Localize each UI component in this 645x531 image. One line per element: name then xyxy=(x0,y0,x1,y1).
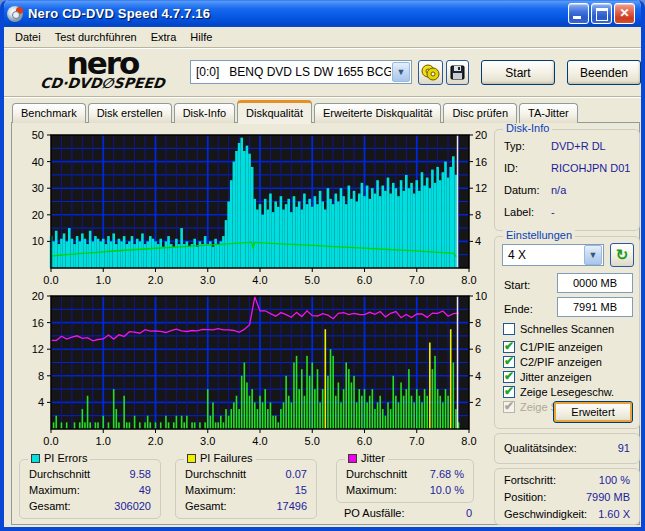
quit-button[interactable]: Beenden xyxy=(567,60,641,85)
tab-bar: BenchmarkDisk erstellenDisk-InfoDiskqual… xyxy=(12,100,580,123)
svg-text:20: 20 xyxy=(32,290,44,302)
checkbox-icon xyxy=(503,371,515,383)
svg-text:40: 40 xyxy=(32,156,44,168)
tab-disc-pr-fen[interactable]: Disc prüfen xyxy=(443,103,517,123)
svg-text:2.0: 2.0 xyxy=(148,274,163,286)
tab-benchmark[interactable]: Benchmark xyxy=(12,103,86,123)
svg-text:12: 12 xyxy=(475,182,487,194)
stat-row: Gesamt:17496 xyxy=(176,498,316,514)
start-position-field[interactable]: 0000 MB xyxy=(557,273,633,293)
eject-disc-button[interactable] xyxy=(418,60,443,85)
pi-errors-color-swatch-icon xyxy=(31,454,40,463)
speed-select[interactable]: 4 X ▼ xyxy=(502,244,604,266)
tab-disk-erstellen[interactable]: Disk erstellen xyxy=(88,103,172,123)
stat-row: Durchschnitt0.07 xyxy=(176,466,316,482)
tab-erweiterte-diskqualit-t[interactable]: Erweiterte Diskqualität xyxy=(314,103,441,123)
stat-row: Maximum:15 xyxy=(176,482,316,498)
settings-group: Einstellungen 4 X ▼ ↻ Start: 0000 MB End… xyxy=(494,236,640,429)
checkbox-c2-pif-anzeigen[interactable]: C2/PIF anzeigen xyxy=(503,354,602,369)
tab-ta-jitter[interactable]: TA-Jitter xyxy=(519,103,578,123)
chevron-down-icon[interactable]: ▼ xyxy=(392,62,410,82)
svg-text:0.0: 0.0 xyxy=(43,435,58,447)
stat-row: Gesamt:306020 xyxy=(20,498,160,514)
advanced-button-label: Erweitert xyxy=(571,406,614,418)
svg-text:7.0: 7.0 xyxy=(409,274,424,286)
chevron-down-icon[interactable]: ▼ xyxy=(584,245,602,265)
progress-row-fortschritt: Fortschritt:100 % xyxy=(495,472,639,489)
checkbox-zeige-lesegeschw[interactable]: Zeige Lesegeschw. xyxy=(503,384,614,399)
quit-button-label: Beenden xyxy=(580,66,628,80)
close-button[interactable]: ✕ xyxy=(614,3,635,24)
quality-index-label: Qualitätsindex: xyxy=(504,434,577,462)
po-failures-value: 0 xyxy=(466,507,472,519)
nero-logo: nero CD·DVD∅SPEED xyxy=(20,50,185,90)
svg-text:16: 16 xyxy=(32,317,44,329)
advanced-button[interactable]: Erweitert xyxy=(553,401,633,423)
window-title: Nero CD-DVD Speed 4.7.7.16 xyxy=(28,6,210,21)
checkbox-icon xyxy=(503,323,515,335)
maximize-button[interactable] xyxy=(591,3,612,24)
svg-text:20: 20 xyxy=(475,129,487,141)
stat-row: Maximum:49 xyxy=(20,482,160,498)
svg-text:16: 16 xyxy=(475,156,487,168)
svg-text:5.0: 5.0 xyxy=(305,435,320,447)
settings-caption: Einstellungen xyxy=(503,229,575,241)
svg-text:6.0: 6.0 xyxy=(357,274,372,286)
svg-text:8: 8 xyxy=(475,317,481,329)
checkbox-icon xyxy=(503,401,515,413)
svg-text:7.0: 7.0 xyxy=(409,435,424,447)
end-position-value: 7991 MB xyxy=(573,301,617,313)
start-position-value: 0000 MB xyxy=(573,277,617,289)
pi-failures-color-swatch-icon xyxy=(187,454,196,463)
pi-failures-stats-box: PI FailuresDurchschnitt0.07Maximum:15Ges… xyxy=(175,459,317,519)
minimize-button[interactable] xyxy=(568,3,589,24)
pi-errors-stats-box: PI ErrorsDurchschnitt9.58Maximum:49Gesam… xyxy=(19,459,161,519)
checkbox-c1-pie-anzeigen[interactable]: C1/PIE anzeigen xyxy=(503,339,603,354)
svg-text:3.0: 3.0 xyxy=(200,435,215,447)
po-failures-row: PO Ausfälle: 0 xyxy=(344,507,472,519)
tab-page-diskqualitaet: 1020304050481216200.01.02.03.04.05.06.07… xyxy=(11,122,640,525)
quality-index-value: 91 xyxy=(618,434,630,462)
svg-text:4.0: 4.0 xyxy=(252,435,267,447)
save-button[interactable] xyxy=(446,60,469,85)
svg-text:8: 8 xyxy=(475,209,481,221)
start-button-label: Start xyxy=(505,66,530,80)
checkbox-icon xyxy=(503,341,515,353)
progress-box: Fortschritt:100 %Position:7990 MBGeschwi… xyxy=(494,468,640,525)
pi-failures-jitter-chart: 481216202468100.01.02.03.04.05.06.07.08.… xyxy=(16,290,490,448)
stat-row: Maximum:10.0 % xyxy=(337,482,473,498)
end-position-field[interactable]: 7991 MB xyxy=(557,297,633,317)
tab-disk-info[interactable]: Disk-Info xyxy=(174,103,235,123)
svg-text:6.0: 6.0 xyxy=(357,435,372,447)
save-icon xyxy=(450,65,465,80)
stat-row: Durchschnitt7.68 % xyxy=(337,466,473,482)
svg-text:1.0: 1.0 xyxy=(96,274,111,286)
menu-item-test-durchf-hren[interactable]: Test durchführen xyxy=(48,29,144,45)
cdvd-speed-logo-text: CD·DVD∅SPEED xyxy=(19,76,185,90)
start-button[interactable]: Start xyxy=(481,60,555,85)
disk-info-group: Disk-Info Typ:DVD+R DLID:RICOHJPN D01Dat… xyxy=(494,129,640,231)
quality-index-box: Qualitätsindex: 91 xyxy=(494,433,640,464)
checkbox-icon xyxy=(503,386,515,398)
speed-select-value: 4 X xyxy=(503,248,583,262)
svg-text:8.0: 8.0 xyxy=(461,435,476,447)
svg-text:50: 50 xyxy=(32,129,44,141)
drive-select[interactable]: [0:0] BENQ DVD LS DW 1655 BCGB ▼ xyxy=(190,60,412,84)
svg-text:3.0: 3.0 xyxy=(200,274,215,286)
checkbox-jitter-anzeigen[interactable]: Jitter anzeigen xyxy=(503,369,592,384)
disk-info-row: ID:RICOHJPN D01 xyxy=(495,157,639,179)
menu-item-extra[interactable]: Extra xyxy=(144,29,184,45)
svg-text:8.0: 8.0 xyxy=(461,274,476,286)
end-position-label: Ende: xyxy=(504,299,533,319)
stat-row: Durchschnitt9.58 xyxy=(20,466,160,482)
svg-text:4: 4 xyxy=(38,396,44,408)
app-window: Nero CD-DVD Speed 4.7.7.16 ✕ DateiTest d… xyxy=(0,0,645,531)
checkbox-schnelles-scannen[interactable]: Schnelles Scannen xyxy=(503,321,614,336)
menu-item-datei[interactable]: Datei xyxy=(8,29,48,45)
disk-info-row: Label:- xyxy=(495,201,639,223)
tab-diskqualit-t[interactable]: Diskqualität xyxy=(237,100,312,123)
refresh-button[interactable]: ↻ xyxy=(610,243,634,267)
svg-text:30: 30 xyxy=(32,182,44,194)
title-bar[interactable]: Nero CD-DVD Speed 4.7.7.16 ✕ xyxy=(0,0,645,27)
menu-item-hilfe[interactable]: Hilfe xyxy=(183,29,219,45)
